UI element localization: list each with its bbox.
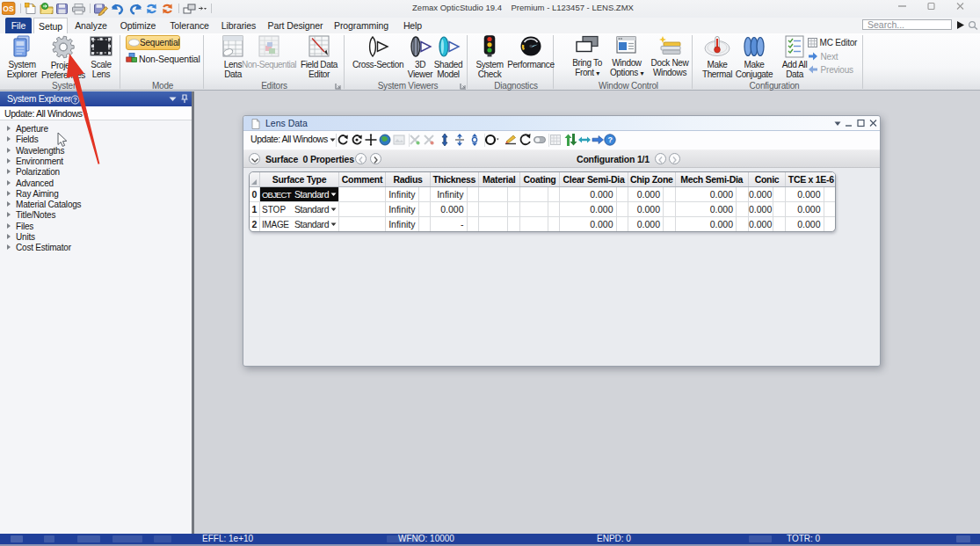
svg-text:?: ? [607, 135, 612, 144]
